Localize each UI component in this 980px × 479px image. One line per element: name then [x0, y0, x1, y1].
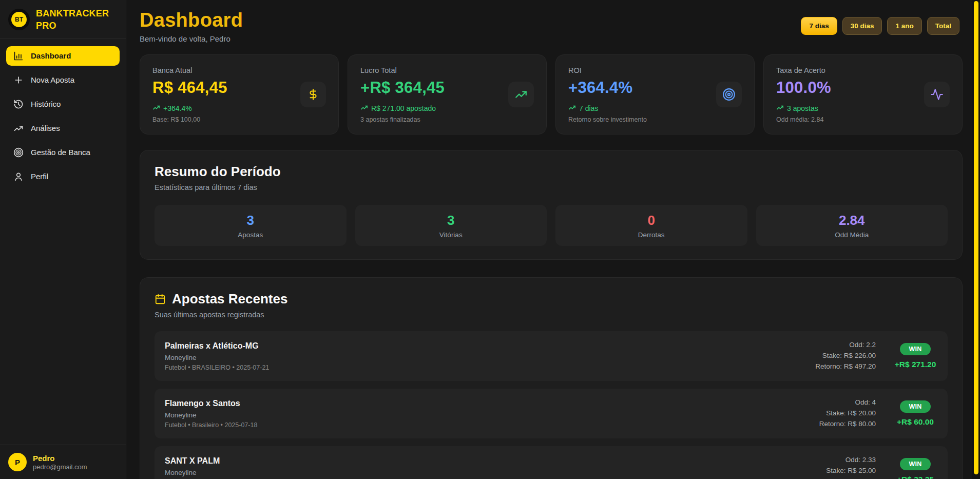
- bet-odd: Odd: 2.33: [819, 455, 876, 466]
- bet-info: SANT X PALM Moneyline • BRASILEIRAO • 20…: [165, 456, 250, 479]
- bet-match: SANT X PALM: [165, 456, 250, 466]
- bet-odd: Odd: 4: [819, 397, 876, 408]
- stat-value: +364.4%: [568, 79, 647, 97]
- summary-label: Odd Média: [835, 231, 869, 239]
- bet-right: Odd: 4 Stake: R$ 20.00 Retorno: R$ 80.00…: [819, 397, 937, 430]
- sidebar-item-label: Análises: [31, 124, 60, 132]
- page-subtitle: Bem-vindo de volta, Pedro: [140, 34, 243, 43]
- activity-icon: [924, 82, 950, 107]
- status-badge: WIN: [900, 400, 930, 413]
- bet-row[interactable]: Palmeiras x Atlético-MG Moneyline Futebo…: [155, 331, 948, 381]
- bet-stake: Stake: R$ 25.00: [819, 466, 876, 476]
- bet-retorno: Retorno: R$ 80.00: [819, 419, 876, 430]
- bet-right: Odd: 2.33 Stake: R$ 25.00 Retorno: R$ 58…: [819, 455, 937, 479]
- status-badge: WIN: [900, 458, 930, 470]
- bet-row[interactable]: Flamengo x Santos Moneyline Futebol • Br…: [155, 389, 948, 438]
- bet-info: Flamengo x Santos Moneyline Futebol • Br…: [165, 399, 257, 429]
- bet-retorno: Retorno: R$ 497.20: [815, 361, 876, 372]
- bet-odd: Odd: 2.2: [815, 340, 876, 351]
- trending-up-icon: [508, 82, 534, 107]
- page-heading: Dashboard Bem-vindo de volta, Pedro: [140, 9, 243, 43]
- sidebar-item-nova-aposta[interactable]: Nova Aposta: [6, 70, 120, 90]
- bet-numbers: Odd: 4 Stake: R$ 20.00 Retorno: R$ 80.00: [819, 397, 876, 430]
- stat-label: Banca Atual: [152, 66, 227, 74]
- bet-result: WIN +R$ 60.00: [893, 400, 937, 427]
- bet-profit: +R$ 60.00: [897, 417, 934, 427]
- bet-market: Moneyline: [165, 411, 257, 419]
- stat-trend: +364.4%: [152, 104, 227, 113]
- period-button-total[interactable]: Total: [927, 17, 959, 35]
- summary-tile-apostas: 3 Apostas: [155, 205, 347, 246]
- recent-bets-panel: Apostas Recentes Suas últimas apostas re…: [140, 277, 963, 479]
- main-content: Dashboard Bem-vindo de volta, Pedro 7 di…: [126, 0, 980, 479]
- sidebar-item-gestao-de-banca[interactable]: Gestão de Banca: [6, 143, 120, 162]
- stat-trend: 7 dias: [568, 104, 647, 113]
- bet-match: Palmeiras x Atlético-MG: [165, 341, 269, 351]
- bet-info: Palmeiras x Atlético-MG Moneyline Futebo…: [165, 341, 269, 371]
- user-icon: [13, 171, 24, 182]
- stat-value: R$ 464,45: [152, 79, 227, 97]
- bet-row[interactable]: SANT X PALM Moneyline • BRASILEIRAO • 20…: [155, 446, 948, 479]
- brand-logo: BT: [8, 9, 30, 30]
- scrollbar-thumb[interactable]: [974, 1, 978, 474]
- bet-numbers: Odd: 2.33 Stake: R$ 25.00 Retorno: R$ 58…: [819, 455, 876, 479]
- brand-name: BANKTRACKER PRO: [36, 7, 118, 32]
- stat-label: ROI: [568, 66, 647, 74]
- summary-value: 0: [648, 213, 655, 228]
- user-email: pedro@gmail.com: [33, 463, 87, 471]
- summary-tile-vitorias: 3 Vitórias: [355, 205, 547, 246]
- bet-match: Flamengo x Santos: [165, 399, 257, 408]
- stat-card-roi: ROI +364.4% 7 dias Retorno sobre investi…: [555, 54, 755, 135]
- stat-trend: R$ 271.00 apostado: [360, 104, 445, 113]
- trending-up-icon: [152, 104, 160, 113]
- stat-value: +R$ 364,45: [360, 79, 445, 97]
- history-icon: [13, 99, 24, 109]
- stat-label: Taxa de Acerto: [776, 66, 831, 74]
- bet-stake: Stake: R$ 20.00: [819, 408, 876, 419]
- stat-cards-row: Banca Atual R$ 464,45 +364.4% Base: R$ 1…: [140, 54, 963, 135]
- avatar: P: [8, 453, 27, 471]
- stat-value: 100.0%: [776, 79, 831, 97]
- period-button-30-dias[interactable]: 30 dias: [842, 17, 882, 35]
- summary-label: Derrotas: [638, 231, 665, 239]
- trending-up-icon: [13, 123, 24, 133]
- recent-bets-header: Apostas Recentes: [155, 291, 948, 307]
- trending-up-icon: [360, 104, 368, 113]
- stat-card-taxa-de-acerto: Taxa de Acerto 100.0% 3 apostas Odd médi…: [763, 54, 963, 135]
- plus-icon: [13, 75, 24, 85]
- stat-note: 3 apostas finalizadas: [360, 116, 445, 123]
- target-icon: [716, 82, 742, 107]
- bet-result: WIN +R$ 271.20: [893, 343, 937, 369]
- bet-numbers: Odd: 2.2 Stake: R$ 226.00 Retorno: R$ 49…: [815, 340, 876, 372]
- sidebar-item-perfil[interactable]: Perfil: [6, 167, 120, 186]
- sidebar-spacer: [0, 194, 126, 445]
- summary-grid: 3 Apostas 3 Vitórias 0 Derrotas 2.84 Odd…: [155, 205, 948, 246]
- stat-trend: 3 apostas: [776, 104, 831, 113]
- main-header: Dashboard Bem-vindo de volta, Pedro 7 di…: [140, 9, 963, 43]
- stat-note: Base: R$ 100,00: [152, 116, 227, 123]
- period-button-1-ano[interactable]: 1 ano: [887, 17, 921, 35]
- sidebar-item-dashboard[interactable]: Dashboard: [6, 46, 120, 66]
- bet-meta: Futebol • Brasileiro • 2025-07-18: [165, 421, 257, 429]
- summary-tile-odd-media: 2.84 Odd Média: [756, 205, 948, 246]
- sidebar-user-info: Pedro pedro@gmail.com: [33, 453, 87, 471]
- bet-result: WIN +R$ 33.25: [893, 458, 937, 479]
- summary-subtitle: Estatísticas para últimos 7 dias: [155, 183, 948, 191]
- trending-up-icon: [776, 104, 784, 113]
- sidebar-item-label: Nova Aposta: [31, 75, 74, 84]
- bet-market: Moneyline: [165, 354, 269, 361]
- sidebar-item-label: Gestão de Banca: [31, 148, 90, 157]
- summary-value: 2.84: [839, 213, 865, 228]
- calendar-icon: [155, 294, 166, 305]
- stat-note: Retorno sobre investimento: [568, 116, 647, 123]
- recent-bets-subtitle: Suas últimas apostas registradas: [155, 311, 948, 319]
- sidebar-user[interactable]: P Pedro pedro@gmail.com: [0, 445, 126, 479]
- bet-profit: +R$ 271.20: [895, 360, 936, 369]
- sidebar-item-historico[interactable]: Histórico: [6, 94, 120, 114]
- summary-value: 3: [247, 213, 254, 228]
- sidebar-item-analises[interactable]: Análises: [6, 119, 120, 138]
- period-button-7-dias[interactable]: 7 dias: [801, 17, 837, 35]
- brand-logo-initials: BT: [11, 12, 27, 27]
- period-summary-panel: Resumo do Período Estatísticas para últi…: [140, 150, 963, 260]
- bet-meta: Futebol • BRASILEIRO • 2025-07-21: [165, 364, 269, 371]
